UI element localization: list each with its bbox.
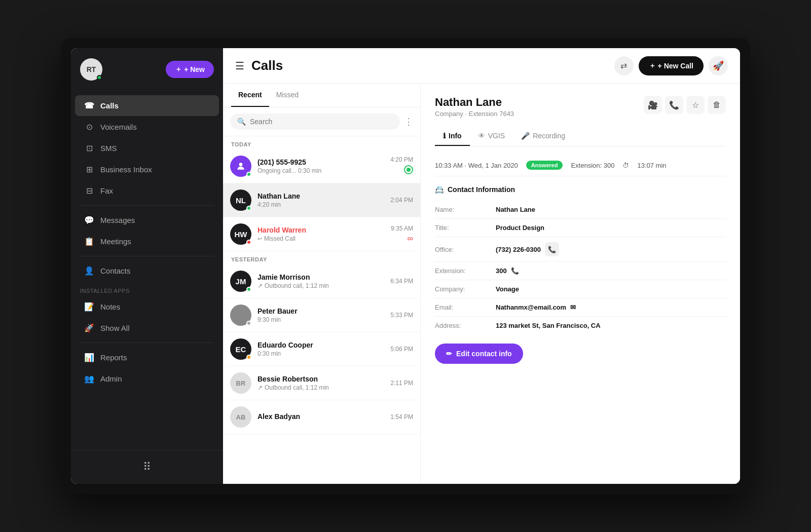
tab-info[interactable]: ℹ Info — [435, 127, 470, 146]
call-detail: Ongoing call... 0:30 min — [257, 167, 384, 174]
info-value-extension: 300 📞 — [496, 267, 519, 275]
list-item[interactable]: NL Nathan Lane 4:20 min 2:04 PM — [223, 183, 420, 217]
call-meta: 5:06 PM — [390, 346, 413, 353]
info-divider — [435, 316, 726, 317]
search-input[interactable] — [250, 118, 393, 126]
call-meta: 4:20 PM — [390, 156, 413, 176]
filter-button[interactable]: ⇄ — [614, 56, 634, 75]
detail-actions: 🎥 📞 ☆ 🗑 — [644, 96, 726, 114]
call-avatar: BR — [230, 372, 251, 394]
sidebar-item-sms[interactable]: ⊡ SMS — [75, 138, 219, 159]
star-icon: ☆ — [692, 100, 699, 110]
call-meta: 5:33 PM — [390, 312, 413, 319]
call-office-button[interactable]: 📞 — [545, 242, 559, 256]
video-call-button[interactable]: 🎥 — [644, 96, 662, 114]
info-row-office: Office: (732) 226-0300 📞 — [435, 238, 726, 260]
call-meta: 1:54 PM — [390, 413, 413, 421]
call-meta: 9:35 AM ∞ — [391, 225, 413, 243]
call-name: Nathan Lane — [257, 192, 384, 200]
call-meta: 6:34 PM — [390, 278, 413, 285]
section-title: 📇 Contact Information — [435, 185, 726, 194]
new-button[interactable]: ＋ + New — [166, 61, 214, 78]
detail-header: Nathan Lane Company · Extension 7643 🎥 📞 — [435, 96, 726, 118]
info-icon: ℹ — [443, 132, 446, 140]
email-icon: ✉ — [570, 303, 576, 311]
sidebar-item-calls[interactable]: ☎ Calls — [75, 95, 219, 116]
sidebar-item-messages[interactable]: 💬 Messages — [75, 210, 219, 231]
call-detail: 9:30 min — [257, 316, 384, 323]
call-meta: 2:11 PM — [390, 379, 413, 387]
call-detail: ↗ Outbound call, 1:12 min — [257, 282, 384, 289]
call-info: Jamie Morrison ↗ Outbound call, 1:12 min — [257, 273, 384, 289]
call-info: Nathan Lane 4:20 min — [257, 192, 384, 208]
nav-divider-3 — [80, 343, 214, 343]
info-row-extension: Extension: 300 📞 — [435, 263, 726, 279]
tab-missed[interactable]: Missed — [269, 84, 306, 107]
trash-icon: 🗑 — [713, 100, 721, 109]
plus-icon: ＋ — [649, 61, 656, 70]
messages-icon: 💬 — [84, 215, 94, 225]
rocket-icon: 🚀 — [713, 60, 724, 71]
tab-recording[interactable]: 🎤 Recording — [513, 127, 573, 146]
sidebar-item-reports[interactable]: 📊 Reports — [75, 347, 219, 368]
contact-company: Company · Extension 7643 — [435, 110, 514, 118]
rocket-button[interactable]: 🚀 — [709, 56, 728, 75]
sidebar-item-notes[interactable]: 📝 Notes — [75, 296, 219, 317]
tab-recent[interactable]: Recent — [231, 84, 269, 107]
info-row-company: Company: Vonage — [435, 281, 726, 297]
list-item[interactable]: (201) 555-9925 Ongoing call... 0:30 min … — [223, 149, 420, 183]
call-name: Harold Warren — [257, 226, 385, 234]
duration-icon: ⏱ — [622, 162, 629, 169]
top-bar-left: ☰ Calls — [235, 58, 283, 73]
list-item[interactable]: AB Alex Badyan 1:54 PM — [223, 400, 420, 434]
list-item[interactable]: EC Eduardo Cooper 0:30 min 5:06 PM — [223, 332, 420, 366]
new-call-button[interactable]: ＋ + New Call — [639, 56, 704, 75]
menu-icon[interactable]: ☰ — [235, 60, 244, 72]
info-value-name: Nathan Lane — [496, 206, 535, 213]
call-info: Bessie Robertson ↗ Outbound call, 1:12 m… — [257, 375, 384, 391]
list-item[interactable]: Peter Bauer 9:30 min 5:33 PM — [223, 298, 420, 332]
avatar: RT — [80, 58, 102, 81]
extension-label: Extension: 300 — [571, 162, 614, 169]
dialpad-button[interactable]: ⠿ — [80, 457, 214, 478]
sidebar-item-contacts[interactable]: 👤 Contacts — [75, 260, 219, 281]
sidebar-item-business-inbox[interactable]: ⊞ Business Inbox — [75, 159, 219, 180]
list-item[interactable]: BR Bessie Robertson ↗ Outbound call, 1:1… — [223, 366, 420, 400]
fax-icon: ⊟ — [84, 186, 94, 196]
more-options-icon[interactable]: ⋮ — [404, 116, 413, 127]
reports-icon: 📊 — [84, 353, 94, 362]
list-item[interactable]: HW Harold Warren ↩ Missed Call — [223, 217, 420, 251]
contact-name: Nathan Lane — [435, 96, 514, 109]
info-row-title: Title: Product Design — [435, 220, 726, 236]
call-list: TODAY (201) 555-9925 Ongoing call... 0:3… — [223, 136, 420, 484]
eye-icon: 👁 — [478, 132, 485, 140]
info-divider — [435, 261, 726, 262]
list-item[interactable]: JM Jamie Morrison ↗ Outbound call, 1:12 … — [223, 264, 420, 298]
call-avatar: HW — [230, 223, 251, 245]
call-avatar: NL — [230, 189, 251, 211]
info-divider — [435, 237, 726, 237]
online-status-dot — [97, 75, 102, 80]
top-bar-right: ⇄ ＋ + New Call 🚀 — [614, 56, 728, 75]
sidebar-item-admin[interactable]: 👥 Admin — [75, 368, 219, 389]
status-dot — [246, 240, 251, 245]
sidebar-item-show-all[interactable]: 🚀 Show All — [75, 318, 219, 338]
meetings-icon: 📋 — [84, 237, 94, 246]
call-name: Bessie Robertson — [257, 375, 384, 383]
call-info: (201) 555-9925 Ongoing call... 0:30 min — [257, 158, 384, 174]
delete-button[interactable]: 🗑 — [708, 96, 726, 114]
sidebar-item-voicemails[interactable]: ⊙ Voicemails — [75, 117, 219, 137]
tab-vgis[interactable]: 👁 VGIS — [470, 127, 513, 146]
svg-point-0 — [239, 163, 243, 166]
edit-contact-button[interactable]: ✏ Edit contact info — [435, 344, 523, 364]
sidebar-item-fax[interactable]: ⊟ Fax — [75, 180, 219, 201]
answered-badge: Answered — [526, 161, 563, 170]
call-name: Jamie Morrison — [257, 273, 384, 281]
calls-panel: Recent Missed 🔍 ⋮ TODAY — [223, 84, 740, 484]
admin-icon: 👥 — [84, 374, 94, 384]
call-avatar — [230, 156, 251, 177]
call-button[interactable]: 📞 — [665, 96, 683, 114]
star-button[interactable]: ☆ — [686, 96, 705, 114]
status-dot — [246, 172, 251, 177]
sidebar-item-meetings[interactable]: 📋 Meetings — [75, 231, 219, 252]
